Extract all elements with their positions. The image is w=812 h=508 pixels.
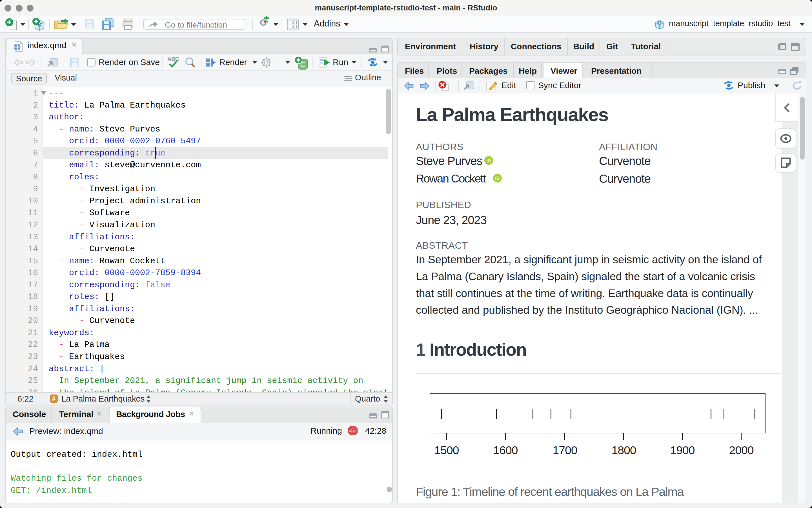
svg-text:iD: iD <box>486 158 491 163</box>
svg-text:STOP: STOP <box>349 429 356 432</box>
svg-text:R: R <box>658 20 661 26</box>
svg-text:iD: iD <box>495 176 500 181</box>
